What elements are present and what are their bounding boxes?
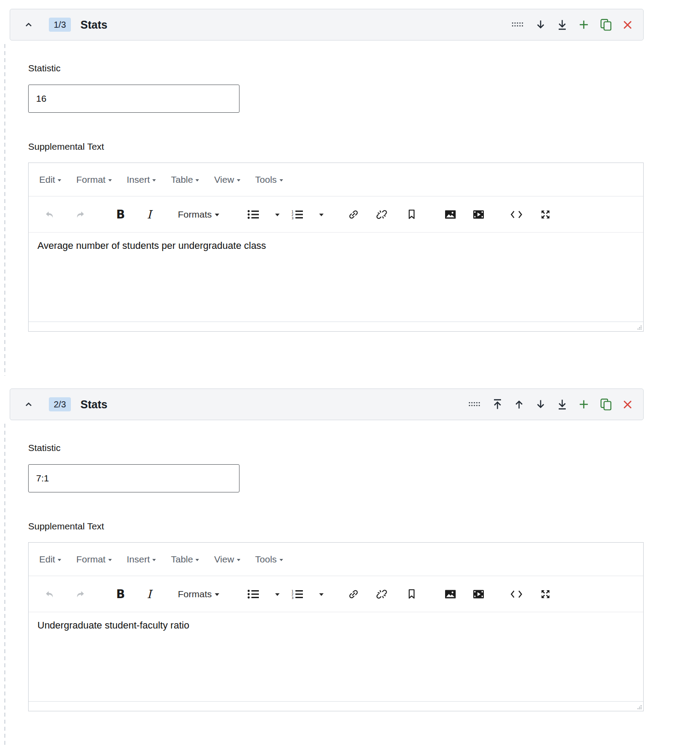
move-up-button[interactable] — [514, 398, 524, 410]
paragraph-title: Stats — [81, 18, 107, 31]
remove-button[interactable] — [623, 18, 632, 31]
redo-button[interactable] — [73, 205, 88, 224]
numbered-list-caret[interactable] — [317, 584, 326, 604]
bullet-list-button[interactable] — [246, 584, 261, 604]
chevron-down-icon — [152, 559, 156, 561]
fullscreen-icon — [540, 589, 551, 599]
editor-content[interactable]: Undergraduate student-faculty ratio — [29, 612, 643, 701]
statistic-label: Statistic — [28, 63, 644, 74]
move-to-top-button[interactable] — [493, 398, 502, 410]
chevron-down-icon — [319, 214, 324, 216]
drag-handle-icon — [512, 22, 524, 27]
link-icon — [348, 209, 359, 220]
chevron-up-icon — [25, 22, 32, 27]
drag-handle[interactable] — [469, 398, 481, 410]
numbered-list-button[interactable] — [290, 584, 305, 604]
add-button[interactable] — [579, 398, 589, 410]
fullscreen-icon — [540, 209, 551, 220]
move-to-bottom-button[interactable] — [557, 18, 567, 31]
position-badge: 1/3 — [49, 18, 71, 32]
fullscreen-button[interactable] — [538, 584, 553, 604]
anchor-button[interactable] — [404, 205, 419, 224]
menu-item-tools[interactable]: Tools — [248, 554, 291, 565]
move-to-bottom-button[interactable] — [557, 398, 567, 410]
remove-button[interactable] — [623, 398, 632, 410]
redo-button[interactable] — [73, 584, 88, 604]
add-button[interactable] — [579, 18, 589, 31]
media-icon — [473, 589, 484, 599]
chevron-down-icon — [319, 593, 324, 596]
chevron-down-icon — [195, 179, 199, 181]
menu-item-view[interactable]: View — [206, 554, 247, 565]
italic-button[interactable]: I — [142, 205, 157, 224]
arrow-down-bar-icon — [557, 399, 567, 410]
paragraph-item: 2/3 Stats Statistic Supplemental Text Ed… — [10, 388, 644, 711]
arrow-down-bar-icon — [557, 19, 567, 30]
undo-icon — [45, 590, 54, 599]
link-button[interactable] — [346, 584, 361, 604]
collapse-button[interactable] — [23, 21, 34, 29]
menu-item-view[interactable]: View — [206, 174, 247, 185]
link-icon — [348, 589, 359, 599]
bullet-list-caret[interactable] — [273, 205, 282, 224]
image-button[interactable] — [443, 584, 458, 604]
header-actions — [512, 18, 632, 31]
media-button[interactable] — [471, 205, 486, 224]
source-code-button[interactable] — [509, 205, 524, 224]
move-down-button[interactable] — [536, 398, 545, 410]
bullet-list-button[interactable] — [246, 205, 261, 224]
editor-statusbar — [29, 701, 643, 711]
undo-icon — [45, 210, 54, 219]
menu-item-insert[interactable]: Insert — [119, 174, 164, 185]
close-icon — [623, 400, 632, 409]
bold-button[interactable]: B — [113, 205, 128, 224]
supplemental-label: Supplemental Text — [28, 141, 644, 152]
statistic-label: Statistic — [28, 442, 644, 454]
move-down-button[interactable] — [536, 18, 545, 31]
collapse-button[interactable] — [23, 400, 34, 408]
drag-handle[interactable] — [512, 18, 524, 31]
resize-grip-icon — [637, 325, 642, 330]
italic-button[interactable]: I — [142, 584, 157, 604]
menu-item-tools[interactable]: Tools — [248, 174, 291, 185]
unlink-button[interactable] — [374, 205, 389, 224]
menu-item-edit[interactable]: Edit — [32, 554, 69, 565]
resize-grip[interactable] — [637, 325, 642, 330]
bookmark-icon — [407, 209, 416, 219]
menu-item-table[interactable]: Table — [163, 554, 206, 565]
wysiwyg-editor: Edit Format Insert Table View Tools B I … — [28, 542, 644, 711]
duplicate-button[interactable] — [601, 398, 612, 410]
undo-button[interactable] — [42, 205, 57, 224]
image-button[interactable] — [443, 205, 458, 224]
numbered-list-button[interactable] — [290, 205, 305, 224]
resize-grip[interactable] — [637, 705, 642, 710]
unlink-button[interactable] — [374, 584, 389, 604]
arrow-up-icon — [514, 399, 524, 410]
bold-button[interactable]: B — [113, 584, 128, 604]
menu-item-format[interactable]: Format — [69, 174, 119, 185]
bullet-list-icon — [247, 589, 259, 599]
menu-item-edit[interactable]: Edit — [32, 174, 69, 185]
menu-item-table[interactable]: Table — [163, 174, 206, 185]
statistic-input[interactable] — [28, 85, 239, 113]
duplicate-button[interactable] — [601, 18, 612, 31]
numbered-list-caret[interactable] — [317, 205, 326, 224]
menu-item-format[interactable]: Format — [69, 554, 119, 565]
source-code-button[interactable] — [509, 584, 524, 604]
link-button[interactable] — [346, 205, 361, 224]
menu-item-insert[interactable]: Insert — [119, 554, 164, 565]
media-button[interactable] — [471, 584, 486, 604]
close-icon — [623, 21, 632, 29]
bullet-list-caret[interactable] — [273, 584, 282, 604]
editor-content[interactable]: Average number of students per undergrad… — [29, 233, 643, 322]
indent-guide-line — [4, 44, 5, 376]
chevron-down-icon — [280, 179, 283, 181]
formats-dropdown[interactable]: Formats — [178, 584, 219, 604]
statistic-input[interactable] — [28, 464, 239, 492]
formats-dropdown[interactable]: Formats — [178, 205, 219, 224]
fullscreen-button[interactable] — [538, 205, 553, 224]
paragraph-item: 1/3 Stats Statistic Supplemental Text Ed… — [10, 9, 644, 332]
undo-button[interactable] — [42, 584, 57, 604]
anchor-button[interactable] — [404, 584, 419, 604]
chevron-down-icon — [237, 179, 240, 181]
